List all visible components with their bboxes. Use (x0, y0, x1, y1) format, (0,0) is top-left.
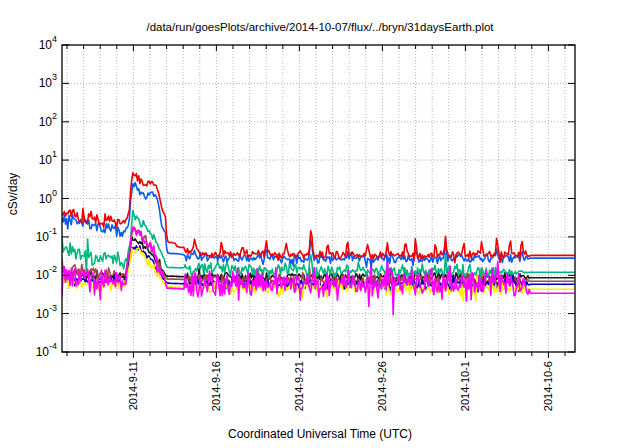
y-tick-label: 100 (39, 188, 57, 206)
y-tick-label: 10-2 (36, 264, 57, 282)
x-tick-label: 2014-9-26 (376, 361, 388, 411)
y-tick-label: 10-3 (36, 303, 57, 321)
y-tick-label: 101 (39, 149, 57, 167)
y-tick-label: 102 (39, 111, 57, 129)
y-tick-label: 104 (39, 34, 57, 52)
flux-chart-canvas: 10410310210110010-110-210-310-42014-9-11… (0, 0, 640, 448)
x-tick-label: 2014-9-11 (127, 361, 139, 410)
y-tick-label: 103 (39, 72, 57, 90)
x-axis-label: Coordinated Universal Time (UTC) (0, 427, 640, 441)
x-tick-label: 2014-10-1 (459, 361, 471, 411)
flux-plot-figure: /data/run/goesPlots/archive/2014-10-07/f… (0, 0, 640, 448)
y-tick-label: 10-4 (36, 341, 57, 359)
x-tick-label: 2014-9-21 (293, 361, 305, 411)
x-tick-label: 2014-9-16 (210, 361, 222, 411)
x-tick-label: 2014-10-6 (542, 361, 554, 411)
y-tick-label: 10-1 (36, 226, 57, 244)
